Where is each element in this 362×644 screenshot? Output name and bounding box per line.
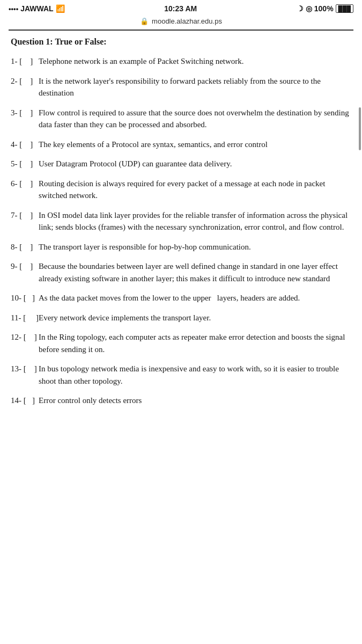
question-text-9: Because the boundaries between layer are… [39, 260, 351, 284]
question-text-1: Telephone network is an example of Packe… [39, 55, 351, 68]
battery-icon: ███ [336, 4, 353, 13]
question-text-13: In bus topology network media is inexpen… [39, 363, 351, 387]
main-content: Question 1: True or False: 1- [ ] Teleph… [0, 31, 362, 425]
question-number-9: 9- [ ] [11, 260, 39, 284]
page-title: Question 1: True or False: [11, 37, 351, 47]
list-item: 13- [ ] In bus topology network media is… [11, 363, 351, 387]
question-text-8: The transport layer is responsible for h… [39, 241, 351, 253]
question-text-4: The key elements of a Protocol are synta… [39, 138, 351, 151]
status-right: ☽ ◎ 100% ███ [297, 4, 353, 13]
url-text: moodle.alazhar.edu.ps [152, 17, 222, 25]
question-number-8: 8- [ ] [11, 241, 39, 253]
list-item: 8- [ ] The transport layer is responsibl… [11, 241, 351, 253]
list-item: 14- [ ] Error control only detects error… [11, 394, 351, 407]
question-number-5: 5- [ ] [11, 158, 39, 170]
battery-percent: 100% [314, 4, 334, 13]
question-text-3: Flow control is required to assure that … [39, 107, 351, 131]
question-text-6: Routing decision is always required for … [39, 178, 351, 202]
list-item: 10- [ ] As the data packet moves from th… [11, 292, 351, 304]
status-bar: •••• JAWWAL 📶 10:23 AM ☽ ◎ 100% ███ [0, 0, 362, 15]
url-bar[interactable]: 🔒 moodle.alazhar.edu.ps [0, 15, 362, 30]
question-number-11: 11- [ ] [11, 312, 39, 324]
question-number-2: 2- [ ] [11, 75, 39, 99]
list-item: 3- [ ] Flow control is required to assur… [11, 107, 351, 131]
question-number-4: 4- [ ] [11, 138, 39, 151]
question-number-1: 1- [ ] [11, 55, 39, 68]
list-item: 12- [ ] In the Ring topology, each compu… [11, 331, 351, 355]
question-number-7: 7- [ ] [11, 209, 39, 233]
time-display: 10:23 AM [164, 4, 197, 13]
list-item: 4- [ ] The key elements of a Protocol ar… [11, 138, 351, 151]
status-center: 10:23 AM [164, 4, 197, 13]
question-text-7: In OSI model data link layer provides fo… [39, 209, 351, 233]
scrollbar[interactable] [359, 107, 361, 150]
question-number-10: 10- [ ] [11, 292, 39, 304]
wifi-icon: 📶 [56, 4, 65, 13]
moon-icon: ☽ [297, 4, 304, 13]
list-item: 11- [ ] Every network device implements … [11, 312, 351, 324]
question-number-3: 3- [ ] [11, 107, 39, 131]
question-number-14: 14- [ ] [11, 394, 39, 407]
question-text-12: In the Ring topology, each computer acts… [39, 331, 351, 355]
signal-bars-icon: •••• [9, 5, 18, 13]
list-item: 9- [ ] Because the boundaries between la… [11, 260, 351, 284]
question-text-11: Every network device implements the tran… [39, 312, 351, 324]
location-icon: ◎ [306, 4, 312, 13]
carrier-name: JAWWAL [20, 4, 53, 13]
list-item: 6- [ ] Routing decision is always requir… [11, 178, 351, 202]
question-text-10: As the data packet moves from the lower … [39, 292, 351, 304]
lock-icon: 🔒 [140, 17, 149, 25]
question-number-12: 12- [ ] [11, 331, 39, 355]
list-item: 2- [ ] It is the network layer's respons… [11, 75, 351, 99]
list-item: 1- [ ] Telephone network is an example o… [11, 55, 351, 68]
question-number-6: 6- [ ] [11, 178, 39, 202]
list-item: 5- [ ] User Datagram Protocol (UDP) can … [11, 158, 351, 170]
status-left: •••• JAWWAL 📶 [9, 4, 65, 13]
list-item: 7- [ ] In OSI model data link layer prov… [11, 209, 351, 233]
question-text-5: User Datagram Protocol (UDP) can guarant… [39, 158, 351, 170]
question-text-2: It is the network layer's responsibility… [39, 75, 351, 99]
question-text-14: Error control only detects errors [39, 394, 351, 407]
question-number-13: 13- [ ] [11, 363, 39, 387]
